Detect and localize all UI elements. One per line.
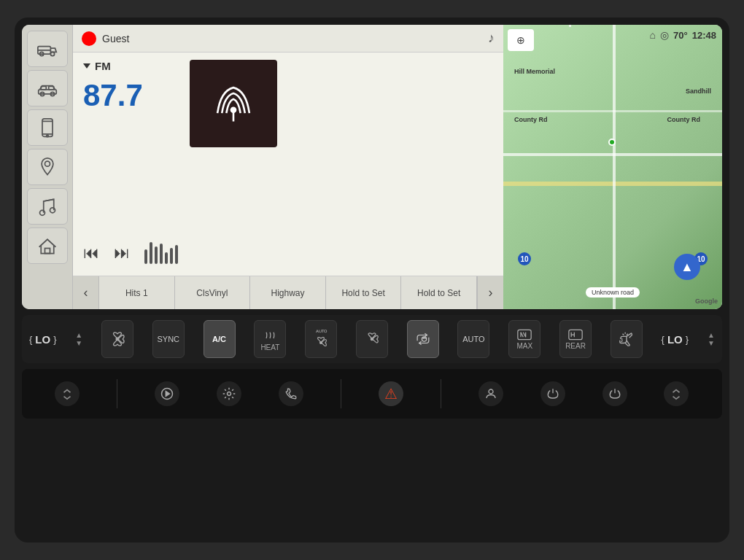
preset-item-1[interactable]: Hits 1 xyxy=(99,276,175,309)
rear-button[interactable]: REAR xyxy=(559,320,592,358)
eq-bar-5 xyxy=(165,252,168,264)
map-background: ⊕ ⌂ ◎ 70° 12:48 10 10 xyxy=(503,25,722,309)
media-physical-button[interactable] xyxy=(155,381,179,406)
svg-point-23 xyxy=(422,337,426,341)
outer-frame: Guest ♪ FM 87.7 xyxy=(15,18,729,542)
preset-item-2[interactable]: ClsVinyl xyxy=(175,276,251,309)
header-right: ♪ xyxy=(488,31,495,46)
sidebar-item-phone[interactable] xyxy=(27,109,68,146)
preset-item-4[interactable]: Hold to Set xyxy=(326,276,402,309)
header-left: Guest xyxy=(82,31,129,46)
divider-1 xyxy=(117,379,117,408)
sidebar-item-vehicle[interactable] xyxy=(27,31,68,67)
svg-point-21 xyxy=(320,342,322,344)
recirc-button[interactable] xyxy=(407,320,439,358)
right-up-down-button[interactable] xyxy=(664,381,689,406)
left-arrow-icon xyxy=(55,381,80,406)
left-temp-up-button[interactable]: ▲ xyxy=(75,331,82,339)
road-dot xyxy=(569,25,571,27)
pwr-left-button[interactable] xyxy=(540,381,565,406)
climate-controls: { LO } ▲ ▼ SYNC A/C HEAT xyxy=(22,315,722,363)
fm-selector[interactable]: FM xyxy=(83,60,493,72)
left-temp-display: LO xyxy=(35,333,50,346)
map-home-icon[interactable]: ⌂ xyxy=(650,29,656,41)
svg-point-32 xyxy=(489,389,493,394)
radio-main-content: Guest ♪ FM 87.7 xyxy=(73,25,503,309)
map-label-sandhill: Sandhill xyxy=(686,88,711,95)
svg-point-31 xyxy=(228,392,231,396)
eq-bar-2 xyxy=(150,242,152,264)
phone-physical-button[interactable] xyxy=(279,381,303,406)
physical-buttons-row: ⚠ xyxy=(22,369,722,419)
map-label-county-left: County Rd xyxy=(514,116,548,123)
pwr-right-button[interactable] xyxy=(602,381,627,406)
map-header-icons: ⌂ ◎ 70° 12:48 xyxy=(650,29,716,41)
sidebar xyxy=(22,25,73,309)
right-arrow-group xyxy=(664,381,689,406)
left-temp-bracket-open: { xyxy=(29,334,32,345)
left-up-down-button[interactable] xyxy=(55,381,80,406)
ac-label: A/C xyxy=(212,335,226,343)
map-temperature: 70° xyxy=(673,30,688,41)
fan-left-button[interactable] xyxy=(101,320,133,358)
user-avatar-icon xyxy=(82,31,96,46)
interstate-badge-left: 10 xyxy=(518,252,531,265)
rewind-button[interactable]: ⏮ xyxy=(83,244,99,262)
right-temp-bracket-open: { xyxy=(662,334,664,345)
fast-forward-button[interactable]: ⏭ xyxy=(114,244,130,262)
presets-next-button[interactable]: › xyxy=(477,276,503,309)
sidebar-item-nav[interactable] xyxy=(27,149,68,185)
heat-label: HEAT xyxy=(260,343,279,351)
left-temp-down-button[interactable]: ▼ xyxy=(75,339,82,347)
heat-button[interactable]: HEAT xyxy=(254,320,286,358)
hazard-button[interactable]: ⚠ xyxy=(379,381,403,406)
map-current-location-dot xyxy=(608,139,616,146)
map-search-button[interactable]: ⊕ xyxy=(508,29,534,51)
max-label: MAX xyxy=(516,342,532,350)
sidebar-item-home[interactable] xyxy=(27,228,68,264)
header-bar: Guest ♪ xyxy=(73,25,503,52)
ac-button[interactable]: A/C xyxy=(204,320,236,358)
profile-physical-icon xyxy=(478,381,503,406)
right-temp-down-button[interactable]: ▼ xyxy=(708,339,715,347)
map-label-county-right: County Rd xyxy=(667,116,701,123)
fan-right-button[interactable] xyxy=(611,320,643,358)
profile-physical-button[interactable] xyxy=(478,381,503,406)
divider-3 xyxy=(441,379,441,408)
hazard-icon: ⚠ xyxy=(379,381,403,406)
presets-row: ‹ Hits 1 ClsVinyl Highway Hold to Set Ho… xyxy=(73,276,503,309)
right-temp-arrows: ▲ ▼ xyxy=(708,331,715,347)
fan-speed-button[interactable] xyxy=(356,320,388,358)
settings-physical-button[interactable] xyxy=(217,381,241,406)
svg-point-22 xyxy=(371,338,373,340)
svg-point-20 xyxy=(116,338,119,341)
right-temp-group: { LO } xyxy=(662,333,689,346)
map-time: 12:48 xyxy=(692,30,716,41)
settings-physical-icon xyxy=(217,381,241,406)
preset-item-3[interactable]: Highway xyxy=(250,276,326,309)
media-physical-icon xyxy=(155,381,179,406)
map-navigation-arrow[interactable]: ▲ xyxy=(674,254,700,280)
playback-controls: ⏮ ⏭ xyxy=(83,238,493,268)
presets-prev-button[interactable]: ‹ xyxy=(73,276,99,309)
auto-fan-button[interactable]: ᴬᵁᵀᴼ xyxy=(305,320,337,358)
eq-bar-3 xyxy=(155,246,158,264)
right-temp-up-button[interactable]: ▲ xyxy=(708,331,715,339)
map-google-label: Google xyxy=(695,298,718,305)
sidebar-item-media[interactable] xyxy=(27,188,68,225)
sidebar-item-drive[interactable] xyxy=(27,70,68,106)
sync-button[interactable]: SYNC xyxy=(152,320,185,358)
auto-button[interactable]: AUTO xyxy=(457,320,489,358)
preset-item-5[interactable]: Hold to Set xyxy=(401,276,477,309)
svg-point-2 xyxy=(50,52,54,55)
left-temp-bracket-close: } xyxy=(53,334,56,345)
map-label-memorial: Hill Memorial xyxy=(514,68,555,75)
rear-label: REAR xyxy=(565,342,586,350)
phone-physical-icon xyxy=(279,381,303,406)
map-pin-icon[interactable]: ◎ xyxy=(660,29,669,41)
music-header-icon[interactable]: ♪ xyxy=(488,31,495,46)
max-button[interactable]: MAX xyxy=(508,320,540,358)
svg-line-16 xyxy=(43,199,53,201)
station-art-icon xyxy=(208,78,259,129)
eq-bar-6 xyxy=(170,248,173,264)
